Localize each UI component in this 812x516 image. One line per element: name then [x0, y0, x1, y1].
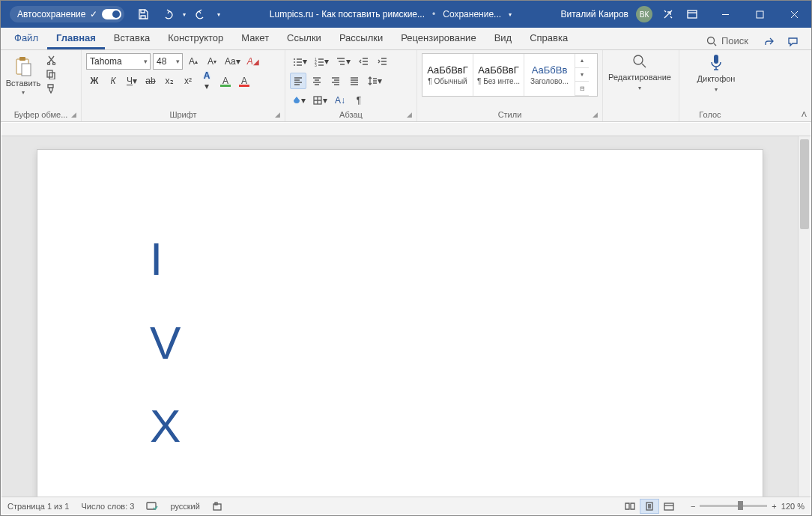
- spellcheck-icon[interactable]: [146, 501, 158, 512]
- tab-file[interactable]: Файл: [5, 28, 47, 49]
- tab-view[interactable]: Вид: [485, 28, 521, 49]
- format-painter-button[interactable]: [43, 82, 58, 95]
- dialog-launcher-icon[interactable]: ◢: [407, 111, 412, 118]
- save-status-dropdown-icon[interactable]: ▾: [509, 11, 512, 18]
- minimize-button[interactable]: [708, 1, 742, 28]
- collapse-ribbon-button[interactable]: ᐱ: [802, 110, 807, 118]
- statusbar: Страница 1 из 1 Число слов: 3 русский − …: [1, 497, 811, 515]
- justify-button[interactable]: [346, 73, 363, 89]
- align-center-button[interactable]: [309, 73, 325, 89]
- highlight-button[interactable]: A: [217, 73, 234, 89]
- dialog-launcher-icon[interactable]: ◢: [593, 111, 598, 118]
- svg-point-11: [294, 61, 295, 63]
- cut-button[interactable]: [43, 53, 58, 67]
- multilevel-list-button[interactable]: ▾: [333, 53, 353, 70]
- font-size-select[interactable]: 48: [153, 53, 183, 70]
- autosave-switch[interactable]: [102, 9, 121, 19]
- show-marks-button[interactable]: ¶: [351, 92, 367, 109]
- copy-button[interactable]: [43, 67, 58, 81]
- italic-button[interactable]: К: [105, 73, 121, 89]
- bold-button[interactable]: Ж: [86, 73, 103, 89]
- app-window: Автосохранение ✓ ▾ ▾ Lumpics.ru - Как по…: [0, 0, 812, 516]
- qat-customize-icon[interactable]: ▾: [217, 11, 220, 18]
- maximize-button[interactable]: [742, 1, 777, 28]
- text-effects-button[interactable]: A▾: [199, 73, 215, 89]
- style-normal[interactable]: АаБбВвГ¶ Обычный: [422, 54, 473, 96]
- scrollbar-thumb[interactable]: [800, 139, 809, 229]
- view-buttons: [620, 499, 679, 514]
- undo-dropdown-icon[interactable]: ▾: [183, 11, 186, 18]
- tab-insert[interactable]: Вставка: [105, 28, 159, 49]
- zoom-in-button[interactable]: +: [772, 502, 776, 511]
- shrink-font-button[interactable]: A▾: [204, 53, 220, 70]
- zoom-out-button[interactable]: −: [691, 502, 695, 511]
- numbering-button[interactable]: 123▾: [312, 53, 331, 70]
- share-button[interactable]: [760, 33, 777, 49]
- search-box[interactable]: Поиск: [700, 32, 754, 49]
- tab-home[interactable]: Главная: [47, 28, 105, 49]
- change-case-button[interactable]: Aa▾: [222, 53, 243, 70]
- dictate-button[interactable]: Диктофон ▾: [684, 53, 748, 93]
- autosave-toggle[interactable]: Автосохранение ✓: [10, 6, 124, 22]
- tab-layout[interactable]: Макет: [232, 28, 278, 49]
- macro-icon[interactable]: [212, 501, 222, 512]
- window-controls: [708, 1, 811, 28]
- undo-button[interactable]: [159, 6, 175, 22]
- close-button[interactable]: [777, 1, 811, 28]
- read-mode-button[interactable]: [620, 499, 640, 514]
- clear-formatting-button[interactable]: A◢: [245, 53, 261, 70]
- subscript-button[interactable]: x₂: [161, 73, 178, 89]
- tab-references[interactable]: Ссылки: [278, 28, 330, 49]
- bullets-button[interactable]: ▾: [290, 53, 309, 70]
- strikethrough-button[interactable]: ab: [142, 73, 159, 89]
- word-count[interactable]: Число слов: 3: [81, 502, 134, 511]
- superscript-button[interactable]: x²: [180, 73, 196, 89]
- page[interactable]: I V X: [37, 150, 763, 497]
- styles-gallery[interactable]: АаБбВвГ¶ Обычный АаБбВвГ¶ Без инте... Аа…: [422, 53, 598, 97]
- zoom-slider[interactable]: [700, 505, 767, 507]
- comments-button[interactable]: [784, 33, 801, 49]
- style-no-spacing[interactable]: АаБбВвГ¶ Без инте...: [473, 54, 524, 96]
- horizontal-ruler[interactable]: [1, 123, 811, 136]
- font-color-button[interactable]: A: [236, 73, 252, 89]
- svg-rect-18: [714, 55, 718, 64]
- underline-button[interactable]: Ч▾: [124, 73, 140, 89]
- title-center: Lumpics.ru - Как поставить римские... • …: [225, 9, 556, 19]
- shading-button[interactable]: ▾: [290, 92, 308, 109]
- align-left-button[interactable]: [290, 73, 306, 89]
- microphone-icon: [709, 53, 724, 71]
- align-right-button[interactable]: [327, 73, 344, 89]
- tab-mailings[interactable]: Рассылки: [330, 28, 392, 49]
- borders-button[interactable]: ▾: [310, 92, 330, 109]
- decrease-indent-button[interactable]: [355, 53, 372, 70]
- increase-indent-button[interactable]: [374, 53, 390, 70]
- vertical-scrollbar[interactable]: [798, 136, 811, 497]
- redo-button[interactable]: [193, 6, 210, 22]
- group-voice-label: Голос: [684, 109, 736, 120]
- document-body[interactable]: I V X: [37, 150, 763, 468]
- web-layout-button[interactable]: [659, 499, 679, 514]
- tab-review[interactable]: Рецензирование: [392, 28, 485, 49]
- avatar[interactable]: ВК: [636, 6, 652, 22]
- tab-design[interactable]: Конструктор: [159, 28, 232, 49]
- print-layout-button[interactable]: [640, 499, 659, 514]
- styles-gallery-more[interactable]: ▴▾⊟: [575, 54, 589, 96]
- sort-button[interactable]: A↓: [332, 92, 348, 109]
- ribbon-display-button[interactable]: [684, 6, 700, 22]
- search-icon: [631, 53, 648, 70]
- line-spacing-button[interactable]: ▾: [365, 73, 384, 89]
- save-button[interactable]: [135, 6, 151, 22]
- tab-help[interactable]: Справка: [521, 28, 577, 49]
- style-heading1[interactable]: АаБбВвЗаголово...: [524, 54, 575, 96]
- svg-rect-5: [22, 64, 31, 76]
- language-indicator[interactable]: русский: [170, 502, 199, 511]
- font-name-select[interactable]: Tahoma: [86, 53, 151, 70]
- editing-button[interactable]: Редактирование ▾: [608, 53, 672, 91]
- dialog-launcher-icon[interactable]: ◢: [71, 111, 76, 118]
- zoom-level[interactable]: 120 %: [781, 502, 805, 511]
- paste-button[interactable]: Вставить ▾: [5, 53, 41, 99]
- page-indicator[interactable]: Страница 1 из 1: [7, 502, 69, 511]
- dialog-launcher-icon[interactable]: ◢: [275, 111, 280, 118]
- grow-font-button[interactable]: A▴: [185, 53, 202, 70]
- coming-soon-icon[interactable]: [660, 6, 676, 22]
